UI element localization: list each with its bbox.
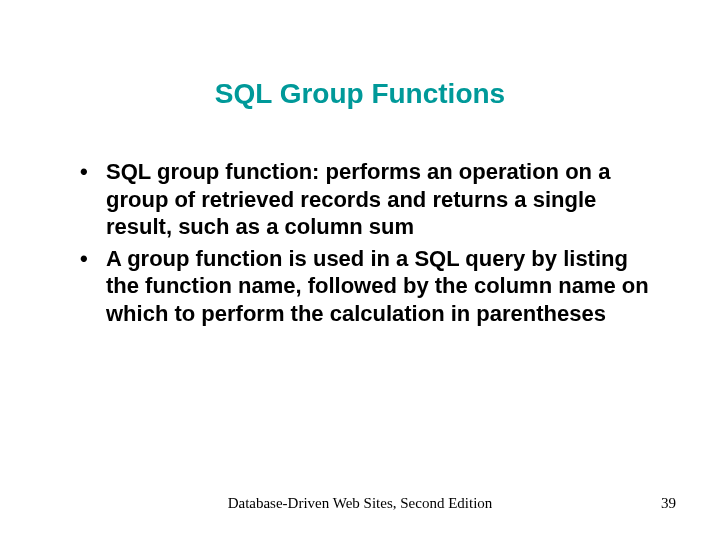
footer-text: Database-Driven Web Sites, Second Editio… xyxy=(0,495,720,512)
bullet-list: SQL group function: performs an operatio… xyxy=(60,158,660,327)
list-item: A group function is used in a SQL query … xyxy=(78,245,660,328)
page-number: 39 xyxy=(661,495,676,512)
list-item: SQL group function: performs an operatio… xyxy=(78,158,660,241)
slide-title: SQL Group Functions xyxy=(60,78,660,110)
slide: SQL Group Functions SQL group function: … xyxy=(0,0,720,540)
